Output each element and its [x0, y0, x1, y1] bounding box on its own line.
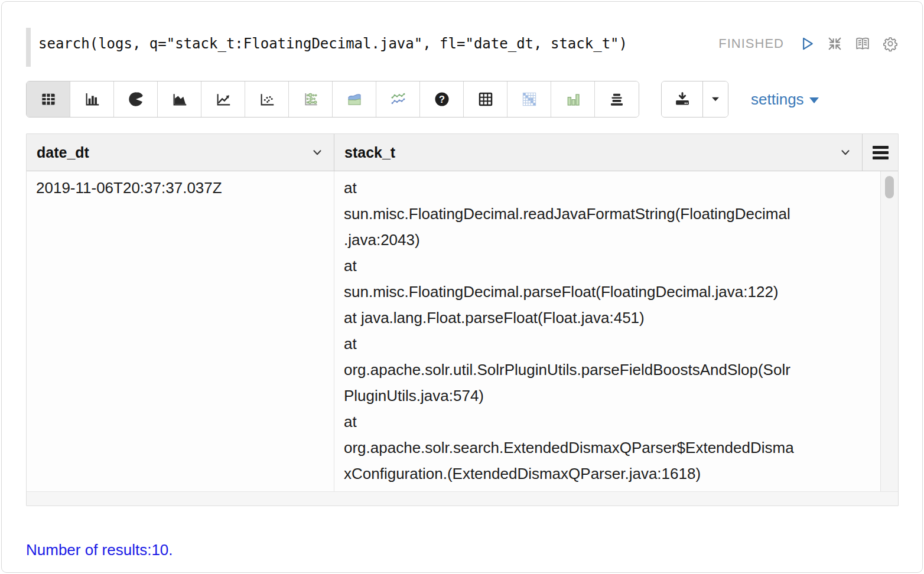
caret-down-icon [709, 93, 722, 106]
scatter-chart-button[interactable] [245, 81, 289, 117]
line-chart-icon [214, 90, 232, 108]
result-toolbar: ? [26, 81, 899, 118]
table-icon [40, 90, 57, 108]
paragraph-card: search(logs, q="stack_t:FloatingDecimal.… [1, 1, 923, 573]
gear-icon[interactable] [882, 35, 899, 52]
table-menu-button[interactable] [863, 134, 898, 171]
bubble-chart-button[interactable] [289, 81, 333, 117]
settings-label: settings [751, 90, 804, 109]
collapse-icon[interactable] [827, 35, 843, 52]
line-chart-button[interactable] [201, 81, 245, 117]
code-editor[interactable]: search(logs, q="stack_t:FloatingDecimal.… [38, 28, 718, 52]
bubble-chart-icon [301, 90, 320, 109]
chevron-down-icon[interactable] [311, 146, 324, 159]
bar-chart-icon [83, 90, 101, 108]
column-label: stack_t [344, 144, 395, 161]
book-icon[interactable] [854, 35, 871, 52]
scrollbar-thumb[interactable] [885, 176, 894, 198]
scatter-chart-icon [258, 90, 276, 108]
code-gutter-bar [26, 28, 31, 67]
vertical-scrollbar[interactable] [880, 171, 898, 491]
run-icon[interactable] [799, 35, 815, 52]
status-badge: FINISHED [718, 36, 784, 51]
horizontal-bars-icon [607, 90, 626, 109]
horizontal-bars-button[interactable] [595, 81, 639, 117]
download-split-button [661, 81, 728, 118]
table-view-button[interactable] [27, 81, 70, 117]
column-label: date_dt [37, 144, 89, 161]
column-header-date-dt[interactable]: date_dt [27, 134, 334, 171]
cell-date-dt: 2019-11-06T20:37:37.037Z [27, 171, 334, 491]
stacked-area-chart-icon [345, 90, 364, 109]
column-chart-icon [564, 90, 583, 109]
column-chart-button[interactable] [551, 81, 595, 117]
heatmap-button[interactable] [507, 81, 551, 117]
cell-stack-t: at sun.misc.FloatingDecimal.readJavaForm… [334, 171, 880, 491]
pie-chart-icon [127, 90, 145, 108]
multi-line-chart-icon [389, 90, 408, 109]
settings-caret-icon [809, 97, 819, 103]
area-chart-icon [171, 90, 188, 108]
help-icon: ? [433, 90, 451, 108]
paragraph-controls: FINISHED [718, 28, 899, 52]
chart-type-group: ? [26, 81, 639, 118]
result-table: date_dt stack_t 2019-11-06T20:37:37.037Z… [26, 133, 899, 506]
settings-link[interactable]: settings [751, 90, 819, 109]
download-button[interactable] [662, 81, 703, 117]
stacked-area-chart-button[interactable] [333, 81, 376, 117]
grid-table-icon [477, 90, 494, 108]
column-header-stack-t[interactable]: stack_t [334, 134, 863, 171]
grid-table-button[interactable] [464, 81, 507, 117]
results-count-text: Number of results:10. [26, 541, 899, 559]
table-body: 2019-11-06T20:37:37.037Z at sun.misc.Flo… [27, 171, 898, 491]
menu-icon [873, 146, 889, 159]
download-options-button[interactable] [703, 81, 728, 117]
chevron-down-icon[interactable] [839, 146, 852, 159]
multi-line-chart-button[interactable] [376, 81, 420, 117]
download-icon [674, 90, 691, 108]
help-button[interactable]: ? [420, 81, 464, 117]
pie-chart-button[interactable] [114, 81, 158, 117]
code-row: search(logs, q="stack_t:FloatingDecimal.… [26, 28, 899, 67]
area-chart-button[interactable] [158, 81, 201, 117]
heatmap-icon [520, 90, 539, 109]
svg-text:?: ? [439, 94, 445, 105]
horizontal-scrollbar[interactable] [27, 491, 898, 505]
bar-chart-button[interactable] [70, 81, 114, 117]
table-header: date_dt stack_t [27, 134, 898, 171]
